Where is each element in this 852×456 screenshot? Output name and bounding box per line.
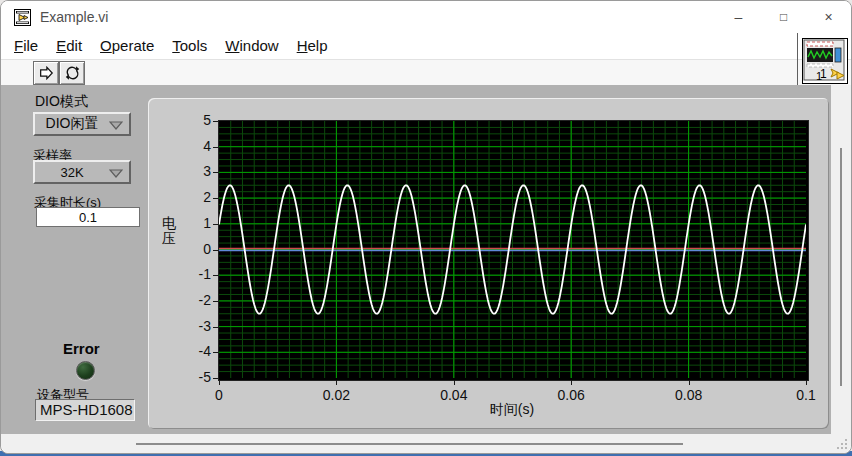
y-tick-label: 5	[171, 112, 211, 128]
duration-input[interactable]	[36, 207, 140, 227]
x-tick-label: 0.02	[308, 387, 364, 403]
x-tick-label: 0.04	[426, 387, 482, 403]
y-tick-label: 2	[171, 189, 211, 205]
x-tick-label: 0.06	[543, 387, 599, 403]
front-panel: DIO模式 DIO闲置 采样率 32K 采集时长(s) Error 设备型号 M…	[1, 85, 831, 434]
menu-item-file[interactable]: File	[5, 33, 47, 59]
vertical-scrollbar[interactable]	[831, 85, 851, 434]
y-tick-label: -5	[171, 369, 211, 385]
run-continuous-icon	[64, 65, 81, 81]
menu-item-window[interactable]: Window	[216, 33, 287, 59]
device-model-value[interactable]: MPS-HD1608	[35, 399, 135, 421]
labview-window: Example.vi – □ × FileEditOperateToolsWin…	[0, 0, 852, 454]
y-tick-mark	[213, 198, 218, 199]
toolbar: 1 1	[1, 60, 851, 86]
close-button[interactable]: ×	[806, 1, 851, 33]
x-tick-mark	[571, 380, 572, 385]
y-tick-mark	[213, 121, 218, 122]
x-tick-mark	[219, 380, 220, 385]
y-tick-mark	[213, 301, 218, 302]
minimize-button[interactable]: –	[716, 1, 761, 33]
y-tick-label: -1	[171, 266, 211, 282]
dio-mode-value: DIO闲置	[46, 115, 119, 133]
labview-vi-file-icon	[14, 9, 31, 26]
chevron-down-icon	[109, 121, 123, 130]
y-tick-mark	[213, 352, 218, 353]
y-tick-label: 1	[171, 215, 211, 231]
y-tick-mark	[213, 250, 218, 251]
dio-mode-label: DIO模式	[35, 93, 88, 111]
y-tick-label: 3	[171, 163, 211, 179]
chevron-down-icon	[109, 169, 123, 178]
plot-canvas	[219, 121, 806, 378]
title-bar[interactable]: Example.vi – □ ×	[1, 1, 851, 33]
y-tick-label: -4	[171, 343, 211, 359]
y-tick-label: 4	[171, 138, 211, 154]
run-continuous-button[interactable]	[59, 61, 85, 85]
y-tick-mark	[213, 172, 218, 173]
waveform-chart[interactable]: 电压 时间(s) 543210-1-2-3-4-500.020.040.060.…	[148, 98, 829, 429]
vertical-scrollbar-thumb[interactable]	[840, 148, 842, 386]
toolbar-divider	[797, 33, 798, 85]
x-tick-mark	[806, 380, 807, 385]
y-tick-label: 0	[171, 241, 211, 257]
y-tick-label: -3	[171, 318, 211, 334]
y-tick-mark	[213, 224, 218, 225]
error-led-indicator[interactable]	[76, 361, 95, 380]
y-tick-label: -2	[171, 292, 211, 308]
menu-item-operate[interactable]: Operate	[91, 33, 163, 59]
sample-rate-value: 32K	[60, 165, 103, 180]
x-tick-mark	[336, 380, 337, 385]
menu-bar: FileEditOperateToolsWindowHelp	[1, 33, 851, 60]
maximize-button[interactable]: □	[761, 1, 806, 33]
menu-item-edit[interactable]: Edit	[47, 33, 91, 59]
window-title: Example.vi	[40, 9, 108, 25]
menu-item-help[interactable]: Help	[288, 33, 337, 59]
x-axis-label: 时间(s)	[412, 401, 612, 419]
x-tick-label: 0.08	[661, 387, 717, 403]
sample-rate-dropdown[interactable]: 32K	[33, 160, 131, 184]
run-button[interactable]	[33, 61, 59, 85]
error-label: Error	[63, 340, 100, 357]
vi-icon[interactable]: 1 1	[802, 38, 848, 84]
y-tick-mark	[213, 275, 218, 276]
menu-item-tools[interactable]: Tools	[163, 33, 216, 59]
x-tick-label: 0.1	[778, 387, 834, 403]
horizontal-scrollbar[interactable]	[1, 434, 851, 453]
dio-mode-dropdown[interactable]: DIO闲置	[33, 112, 131, 136]
run-arrow-icon	[37, 65, 55, 81]
vi-icon-badge: 1	[816, 70, 822, 82]
plot-area[interactable]	[218, 120, 809, 381]
window-controls: – □ ×	[716, 1, 851, 33]
resize-grip[interactable]	[837, 439, 847, 449]
horizontal-scrollbar-thumb[interactable]	[136, 443, 683, 445]
x-tick-mark	[454, 380, 455, 385]
x-tick-mark	[689, 380, 690, 385]
y-tick-mark	[213, 378, 218, 379]
y-tick-mark	[213, 147, 218, 148]
x-tick-label: 0	[191, 387, 247, 403]
y-tick-mark	[213, 327, 218, 328]
